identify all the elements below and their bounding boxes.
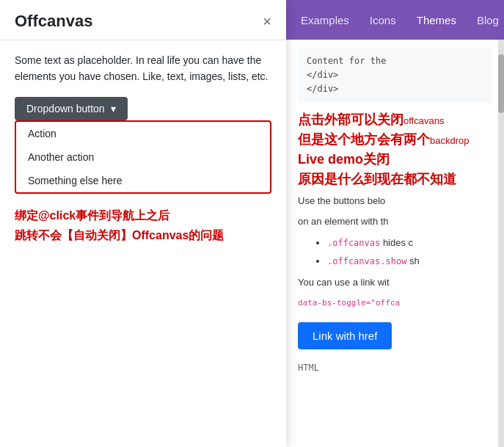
bullet-code-0: .offcanvas: [327, 238, 380, 248]
doc-text-1: Use the buttons belo: [298, 194, 492, 209]
scroll-thumb[interactable]: [498, 54, 504, 113]
annotation-bottom: 绑定@click事件到导航上之后 跳转不会【自动关闭】Offcanvas的问题: [15, 206, 271, 245]
annotation-line1-small: offcavans: [403, 115, 444, 126]
nav-item-blog[interactable]: Blog: [474, 10, 502, 31]
offcanvas-title: Offcanvas: [15, 12, 92, 31]
dropdown-item-1[interactable]: Another action: [16, 145, 270, 169]
nav-item-examples[interactable]: Examples: [298, 10, 352, 31]
dropdown-item-0[interactable]: Action: [16, 122, 270, 145]
doc-text-3: You can use a link wit: [298, 275, 492, 291]
nav-item-themes[interactable]: Themes: [414, 10, 459, 31]
annotation-line3-end: 关闭: [363, 152, 390, 167]
offcanvas-panel: Offcanvas × Some text as placeholder. In…: [0, 0, 286, 447]
annotation-bottom-line2: 跳转不会【自动关闭】Offcanvas的问题: [15, 225, 271, 245]
bullet-text-1: sh: [409, 255, 420, 266]
right-content: Content for the </div> </div> 点击外部可以关闭of…: [286, 40, 504, 384]
code-attr: data-bs-toggle="offca: [298, 297, 492, 310]
code-block: Content for the </div> </div>: [298, 48, 492, 103]
annotation-line4: 原因是什么到现在都不知道: [298, 172, 456, 186]
dropdown-item-2[interactable]: Something else here: [16, 169, 270, 192]
bullet-code-1: .offcanvas.show: [327, 256, 406, 266]
link-with-href-button[interactable]: Link with href: [298, 322, 392, 349]
bullet-item-0: .offcanvas hides c: [327, 236, 492, 251]
offcanvas-header: Offcanvas ×: [0, 0, 286, 40]
code-line-1: Content for the: [307, 54, 483, 68]
annotation-line3-big: Live demo: [298, 152, 363, 167]
dropdown-arrow-icon: ▾: [111, 103, 116, 115]
annotation-line1: 点击外部可以关闭: [298, 112, 403, 127]
close-button[interactable]: ×: [263, 14, 271, 29]
annotation-line2: 但是这个地方会有两个: [298, 132, 430, 147]
right-panel: Examples Icons Themes Blog Content for t…: [286, 0, 504, 447]
code-line-3: </div>: [307, 82, 483, 96]
dropdown-button-label: Dropdown button: [26, 103, 105, 115]
scrollbar[interactable]: [498, 40, 504, 447]
placeholder-text: Some text as placeholder. In real life y…: [15, 52, 271, 85]
dropdown-menu: Action Another action Something else her…: [15, 120, 271, 194]
dropdown-button[interactable]: Dropdown button ▾: [15, 97, 128, 120]
doc-text-2: on an element with th: [298, 214, 492, 230]
offcanvas-body: Some text as placeholder. In real life y…: [0, 40, 286, 257]
nav-item-icons[interactable]: Icons: [367, 10, 399, 31]
annotation-red: 点击外部可以关闭offcavans 但是这个地方会有两个backdrop Liv…: [298, 110, 492, 189]
nav-bar: Examples Icons Themes Blog: [286, 0, 504, 40]
bullet-item-1: .offcanvas.show sh: [327, 254, 492, 269]
bullet-text-0: hides c: [383, 237, 413, 248]
code-line-2: </div>: [307, 68, 483, 82]
annotation-line2-small: backdrop: [430, 135, 469, 146]
annotation-bottom-line1: 绑定@click事件到导航上之后: [15, 206, 271, 225]
html-label: HTML: [298, 361, 492, 375]
